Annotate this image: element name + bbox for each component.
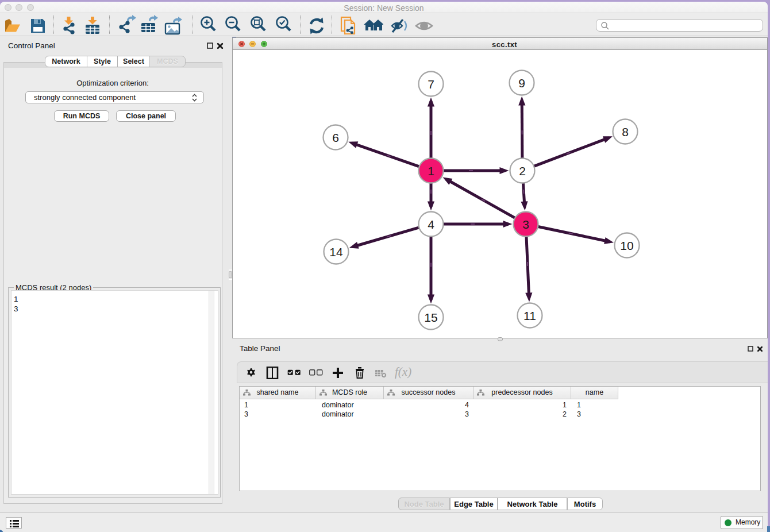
svg-text:6: 6 bbox=[332, 131, 339, 144]
svg-text:9: 9 bbox=[518, 76, 525, 90]
svg-text:10: 10 bbox=[620, 239, 633, 252]
svg-text:7: 7 bbox=[428, 78, 434, 91]
svg-text:3: 3 bbox=[522, 218, 529, 231]
svg-text:2: 2 bbox=[519, 164, 526, 178]
svg-text:1: 1 bbox=[428, 164, 434, 178]
svg-text:14: 14 bbox=[329, 245, 343, 259]
svg-text:15: 15 bbox=[424, 311, 437, 324]
svg-text:4: 4 bbox=[428, 218, 434, 231]
svg-text:8: 8 bbox=[622, 125, 629, 138]
svg-text:11: 11 bbox=[523, 309, 536, 322]
